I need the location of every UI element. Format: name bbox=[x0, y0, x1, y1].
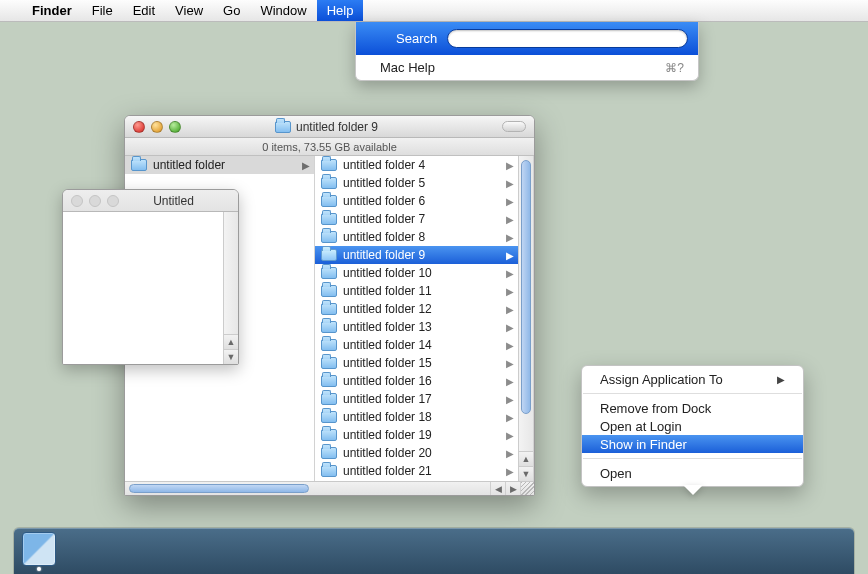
folder-label: untitled folder 7 bbox=[343, 212, 425, 226]
scroll-left-button[interactable]: ◀ bbox=[490, 482, 505, 495]
vertical-scrollbar[interactable]: ▲ ▼ bbox=[518, 156, 533, 481]
folder-icon bbox=[321, 447, 337, 459]
dock-item-finder[interactable] bbox=[22, 532, 56, 566]
chevron-right-icon: ▶ bbox=[506, 196, 514, 207]
zoom-button[interactable] bbox=[107, 195, 119, 207]
menu-separator bbox=[583, 458, 802, 459]
scroll-down-button[interactable]: ▼ bbox=[224, 349, 238, 364]
folder-cell[interactable]: untitled folder 7▶ bbox=[315, 210, 518, 228]
folder-cell[interactable]: untitled folder 9▶ bbox=[315, 246, 518, 264]
menu-view[interactable]: View bbox=[165, 0, 213, 21]
folder-cell[interactable]: untitled folder 21▶ bbox=[315, 462, 518, 480]
folder-icon bbox=[321, 285, 337, 297]
folder-cell[interactable]: untitled folder 20▶ bbox=[315, 444, 518, 462]
menu-file[interactable]: File bbox=[82, 0, 123, 21]
window-resize-grip[interactable] bbox=[520, 482, 534, 495]
folder-cell[interactable]: untitled folder 5▶ bbox=[315, 174, 518, 192]
folder-cell[interactable]: untitled folder 10▶ bbox=[315, 264, 518, 282]
chevron-right-icon: ▶ bbox=[302, 160, 310, 171]
folder-label: untitled folder 19 bbox=[343, 428, 432, 442]
context-menu-item[interactable]: Open bbox=[582, 464, 803, 482]
chevron-right-icon: ▶ bbox=[506, 376, 514, 387]
minimize-button[interactable] bbox=[151, 121, 163, 133]
finder-window-title: untitled folder 9 bbox=[296, 120, 378, 134]
context-menu-item-label: Assign Application To bbox=[600, 372, 723, 387]
menu-go[interactable]: Go bbox=[213, 0, 250, 21]
finder-titlebar[interactable]: untitled folder 9 bbox=[125, 116, 534, 138]
folder-icon bbox=[321, 231, 337, 243]
scroll-up-button[interactable]: ▲ bbox=[224, 334, 238, 349]
chevron-right-icon: ▶ bbox=[506, 232, 514, 243]
scroll-thumb[interactable] bbox=[129, 484, 309, 493]
context-menu-item-label: Open at Login bbox=[600, 419, 682, 434]
scroll-right-button[interactable]: ▶ bbox=[505, 482, 520, 495]
folder-cell[interactable]: untitled folder 19▶ bbox=[315, 426, 518, 444]
folder-cell[interactable]: untitled folder 12▶ bbox=[315, 300, 518, 318]
folder-label: untitled folder 14 bbox=[343, 338, 432, 352]
help-menu-item-label: Mac Help bbox=[380, 60, 435, 75]
menu-window[interactable]: Window bbox=[250, 0, 316, 21]
help-search-label: Search bbox=[396, 31, 437, 46]
context-menu-item[interactable]: Show in Finder bbox=[582, 435, 803, 453]
folder-cell[interactable]: untitled folder 6▶ bbox=[315, 192, 518, 210]
folder-cell[interactable]: untitled folder 13▶ bbox=[315, 318, 518, 336]
folder-label: untitled folder 13 bbox=[343, 320, 432, 334]
folder-icon bbox=[321, 321, 337, 333]
scroll-down-button[interactable]: ▼ bbox=[519, 466, 533, 481]
help-search-input[interactable] bbox=[447, 29, 688, 48]
zoom-button[interactable] bbox=[169, 121, 181, 133]
context-menu-item[interactable]: Assign Application To▶ bbox=[582, 370, 803, 388]
context-menu-item[interactable]: Remove from Dock bbox=[582, 399, 803, 417]
chevron-right-icon: ▶ bbox=[506, 340, 514, 351]
folder-label: untitled folder 12 bbox=[343, 302, 432, 316]
app-menu[interactable]: Finder bbox=[22, 0, 82, 21]
context-menu-item[interactable]: Open at Login bbox=[582, 417, 803, 435]
help-menu-item-mac-help[interactable]: Mac Help ⌘? bbox=[356, 55, 698, 80]
menu-pointer-tail bbox=[683, 485, 703, 495]
chevron-right-icon: ▶ bbox=[506, 304, 514, 315]
folder-cell[interactable]: untitled folder 14▶ bbox=[315, 336, 518, 354]
horizontal-scrollbar[interactable]: ◀ ▶ bbox=[125, 481, 534, 495]
vertical-scrollbar[interactable]: ▲ ▼ bbox=[223, 212, 238, 364]
chevron-right-icon: ▶ bbox=[506, 448, 514, 459]
menu-edit[interactable]: Edit bbox=[123, 0, 165, 21]
close-button[interactable] bbox=[71, 195, 83, 207]
chevron-right-icon: ▶ bbox=[506, 412, 514, 423]
folder-cell[interactable]: untitled folder 11▶ bbox=[315, 282, 518, 300]
folder-cell[interactable]: untitled folder 4▶ bbox=[315, 156, 518, 174]
folder-icon bbox=[131, 159, 147, 171]
folder-label: untitled folder 8 bbox=[343, 230, 425, 244]
close-button[interactable] bbox=[133, 121, 145, 133]
minimize-button[interactable] bbox=[89, 195, 101, 207]
textedit-titlebar[interactable]: Untitled bbox=[63, 190, 238, 212]
folder-cell[interactable]: untitled folder 16▶ bbox=[315, 372, 518, 390]
toolbar-toggle-pill[interactable] bbox=[502, 121, 526, 132]
chevron-right-icon: ▶ bbox=[506, 178, 514, 189]
folder-icon bbox=[321, 177, 337, 189]
apple-menu[interactable] bbox=[10, 0, 22, 21]
menu-help[interactable]: Help bbox=[317, 0, 364, 21]
scroll-thumb[interactable] bbox=[521, 160, 531, 414]
folder-cell[interactable]: untitled folder 8▶ bbox=[315, 228, 518, 246]
textedit-window-title: Untitled bbox=[153, 194, 194, 208]
folder-icon bbox=[275, 121, 291, 133]
folder-cell[interactable]: untitled folder 18▶ bbox=[315, 408, 518, 426]
text-area[interactable]: ▲ ▼ bbox=[63, 212, 238, 364]
folder-label: untitled folder 11 bbox=[343, 284, 432, 298]
dock bbox=[14, 528, 854, 574]
folder-icon bbox=[321, 357, 337, 369]
chevron-right-icon: ▶ bbox=[506, 394, 514, 405]
folder-label: untitled folder 21 bbox=[343, 464, 432, 478]
folder-icon bbox=[321, 393, 337, 405]
scroll-up-button[interactable]: ▲ bbox=[519, 451, 533, 466]
folder-cell[interactable]: untitled folder ▶ bbox=[125, 156, 314, 174]
folder-cell[interactable]: untitled folder 17▶ bbox=[315, 390, 518, 408]
chevron-right-icon: ▶ bbox=[506, 430, 514, 441]
chevron-right-icon: ▶ bbox=[745, 374, 785, 385]
folder-label: untitled folder 17 bbox=[343, 392, 432, 406]
system-menubar: Finder File Edit View Go Window Help bbox=[0, 0, 868, 22]
folder-cell[interactable]: untitled folder 15▶ bbox=[315, 354, 518, 372]
folder-icon bbox=[321, 267, 337, 279]
folder-label: untitled folder bbox=[153, 158, 225, 172]
chevron-right-icon: ▶ bbox=[506, 286, 514, 297]
